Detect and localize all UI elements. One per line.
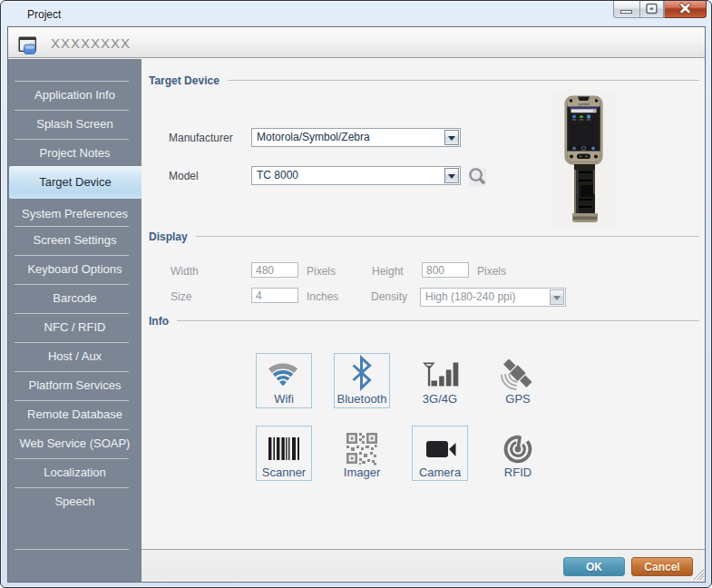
svg-text:symbol: symbol (578, 102, 590, 106)
